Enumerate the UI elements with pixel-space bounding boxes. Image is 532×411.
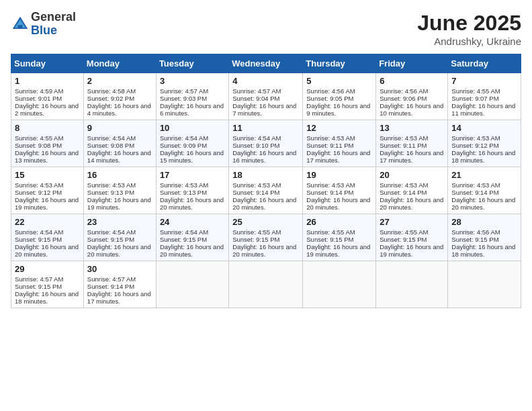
calendar-cell: 5Sunrise: 4:56 AMSunset: 9:05 PMDaylight… <box>303 73 376 120</box>
sunset: Sunset: 9:03 PM <box>160 95 207 102</box>
day-number: 11 <box>232 123 299 133</box>
calendar-cell: 15Sunrise: 4:53 AMSunset: 9:12 PMDayligh… <box>11 167 84 214</box>
calendar-cell: 14Sunrise: 4:53 AMSunset: 9:12 PMDayligh… <box>448 120 521 167</box>
sunset: Sunset: 9:15 PM <box>15 283 62 290</box>
sunrise: Sunrise: 4:55 AM <box>15 134 63 142</box>
calendar-cell <box>156 261 228 308</box>
day-number: 20 <box>380 170 444 180</box>
day-number: 29 <box>15 264 80 274</box>
header-sunday: Sunday <box>11 54 84 73</box>
sunset: Sunset: 9:01 PM <box>15 95 62 102</box>
calendar-cell: 13Sunrise: 4:53 AMSunset: 9:11 PMDayligh… <box>376 120 448 167</box>
header-tuesday: Tuesday <box>156 54 228 73</box>
sunset: Sunset: 9:15 PM <box>232 236 279 243</box>
calendar-cell: 29Sunrise: 4:57 AMSunset: 9:15 PMDayligh… <box>11 261 84 308</box>
daylight: Daylight: 16 hours and 16 minutes. <box>232 149 296 164</box>
sunset: Sunset: 9:11 PM <box>380 142 427 149</box>
sunset: Sunset: 9:15 PM <box>160 236 207 243</box>
calendar-cell: 10Sunrise: 4:54 AMSunset: 9:09 PMDayligh… <box>156 120 228 167</box>
calendar-cell: 16Sunrise: 4:53 AMSunset: 9:13 PMDayligh… <box>83 167 156 214</box>
sunrise: Sunrise: 4:54 AM <box>160 134 208 142</box>
sunset: Sunset: 9:14 PM <box>232 189 279 196</box>
sunset: Sunset: 9:15 PM <box>306 236 353 243</box>
sunset: Sunset: 9:10 PM <box>232 142 279 149</box>
sunset: Sunset: 9:15 PM <box>380 236 427 243</box>
daylight: Daylight: 16 hours and 2 minutes. <box>15 102 79 117</box>
daylight: Daylight: 16 hours and 20 minutes. <box>160 243 224 258</box>
calendar-cell <box>229 261 303 308</box>
calendar-row: 1Sunrise: 4:59 AMSunset: 9:01 PMDaylight… <box>11 73 521 120</box>
calendar-cell: 3Sunrise: 4:57 AMSunset: 9:03 PMDaylight… <box>156 73 228 120</box>
calendar-cell: 24Sunrise: 4:54 AMSunset: 9:15 PMDayligh… <box>156 214 228 261</box>
logo-icon <box>11 15 30 34</box>
day-number: 10 <box>160 123 225 133</box>
daylight: Daylight: 16 hours and 17 minutes. <box>380 149 443 164</box>
calendar-cell <box>376 261 448 308</box>
sunrise: Sunrise: 4:53 AM <box>380 134 428 142</box>
day-number: 28 <box>451 217 517 227</box>
daylight: Daylight: 16 hours and 20 minutes. <box>232 243 296 258</box>
sunset: Sunset: 9:12 PM <box>451 142 498 149</box>
calendar-cell: 17Sunrise: 4:53 AMSunset: 9:13 PMDayligh… <box>156 167 228 214</box>
day-number: 5 <box>306 76 372 86</box>
calendar-cell: 7Sunrise: 4:55 AMSunset: 9:07 PMDaylight… <box>448 73 521 120</box>
sunrise: Sunrise: 4:59 AM <box>15 87 63 95</box>
sunrise: Sunrise: 4:55 AM <box>380 228 428 236</box>
sunset: Sunset: 9:14 PM <box>306 189 353 196</box>
daylight: Daylight: 16 hours and 20 minutes. <box>306 196 370 211</box>
day-number: 24 <box>160 217 225 227</box>
calendar-cell: 23Sunrise: 4:54 AMSunset: 9:15 PMDayligh… <box>83 214 156 261</box>
header-thursday: Thursday <box>303 54 376 73</box>
calendar-title: June 2025 <box>417 11 521 36</box>
calendar-cell: 20Sunrise: 4:53 AMSunset: 9:14 PMDayligh… <box>376 167 448 214</box>
sunrise: Sunrise: 4:56 AM <box>380 87 428 95</box>
daylight: Daylight: 16 hours and 20 minutes. <box>380 196 443 211</box>
day-number: 23 <box>87 217 152 227</box>
svg-rect-2 <box>18 25 23 29</box>
sunset: Sunset: 9:06 PM <box>380 95 427 102</box>
day-number: 6 <box>380 76 444 86</box>
day-number: 2 <box>87 76 152 86</box>
calendar-cell: 19Sunrise: 4:53 AMSunset: 9:14 PMDayligh… <box>303 167 376 214</box>
sunrise: Sunrise: 4:54 AM <box>15 228 63 236</box>
calendar-cell <box>303 261 376 308</box>
sunrise: Sunrise: 4:54 AM <box>87 228 136 236</box>
sunset: Sunset: 9:12 PM <box>15 189 62 196</box>
day-number: 27 <box>380 217 444 227</box>
daylight: Daylight: 16 hours and 19 minutes. <box>306 243 370 258</box>
daylight: Daylight: 16 hours and 11 minutes. <box>451 102 515 117</box>
calendar-cell: 11Sunrise: 4:54 AMSunset: 9:10 PMDayligh… <box>229 120 303 167</box>
day-number: 9 <box>87 123 152 133</box>
sunrise: Sunrise: 4:55 AM <box>451 87 500 95</box>
calendar-row: 15Sunrise: 4:53 AMSunset: 9:12 PMDayligh… <box>11 167 521 214</box>
sunrise: Sunrise: 4:58 AM <box>87 87 136 95</box>
sunrise: Sunrise: 4:57 AM <box>232 87 281 95</box>
calendar-cell: 4Sunrise: 4:57 AMSunset: 9:04 PMDaylight… <box>229 73 303 120</box>
day-number: 14 <box>451 123 517 133</box>
title-block: June 2025 Andrushky, Ukraine <box>417 11 521 47</box>
sunset: Sunset: 9:14 PM <box>380 189 427 196</box>
calendar-cell: 30Sunrise: 4:57 AMSunset: 9:14 PMDayligh… <box>83 261 156 308</box>
day-number: 12 <box>306 123 372 133</box>
sunrise: Sunrise: 4:57 AM <box>160 87 208 95</box>
sunrise: Sunrise: 4:56 AM <box>306 87 355 95</box>
sunrise: Sunrise: 4:53 AM <box>232 181 281 189</box>
daylight: Daylight: 16 hours and 18 minutes. <box>451 149 515 164</box>
calendar-cell: 25Sunrise: 4:55 AMSunset: 9:15 PMDayligh… <box>229 214 303 261</box>
calendar-cell: 27Sunrise: 4:55 AMSunset: 9:15 PMDayligh… <box>376 214 448 261</box>
page-header: General Blue June 2025 Andrushky, Ukrain… <box>11 11 521 47</box>
calendar-subtitle: Andrushky, Ukraine <box>417 36 521 47</box>
calendar-cell: 8Sunrise: 4:55 AMSunset: 9:08 PMDaylight… <box>11 120 84 167</box>
sunset: Sunset: 9:11 PM <box>306 142 353 149</box>
calendar-table: Sunday Monday Tuesday Wednesday Thursday… <box>11 54 521 308</box>
sunset: Sunset: 9:05 PM <box>306 95 353 102</box>
sunrise: Sunrise: 4:53 AM <box>451 181 500 189</box>
daylight: Daylight: 16 hours and 20 minutes. <box>15 243 79 258</box>
sunrise: Sunrise: 4:55 AM <box>232 228 281 236</box>
sunset: Sunset: 9:15 PM <box>451 236 498 243</box>
sunrise: Sunrise: 4:53 AM <box>306 134 355 142</box>
day-number: 25 <box>232 217 299 227</box>
daylight: Daylight: 16 hours and 20 minutes. <box>232 196 296 211</box>
daylight: Daylight: 16 hours and 19 minutes. <box>15 196 79 211</box>
calendar-cell: 12Sunrise: 4:53 AMSunset: 9:11 PMDayligh… <box>303 120 376 167</box>
